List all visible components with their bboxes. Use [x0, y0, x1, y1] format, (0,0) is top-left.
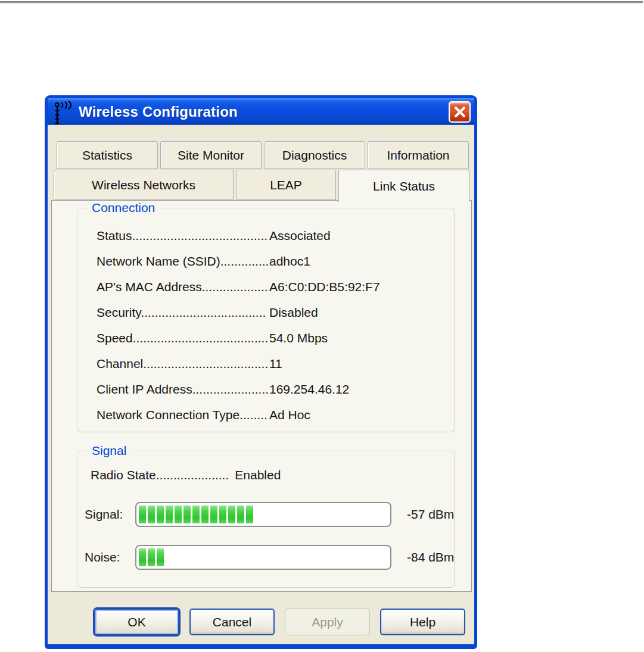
button-label: Cancel [213, 615, 251, 629]
tab-label: Statistics [82, 148, 132, 163]
noise-meter-label: Noise: [85, 550, 135, 564]
tab-site-monitor[interactable]: Site Monitor [160, 141, 262, 169]
tab-leap[interactable]: LEAP [236, 170, 336, 200]
tab-label: Diagnostics [282, 148, 347, 163]
meter-segment [139, 548, 146, 566]
meter-segment [139, 506, 146, 523]
meter-segment [166, 506, 173, 523]
tab-row-2: Wireless Networks LEAP Link Status [54, 170, 469, 202]
radio-state-value: Enabled [235, 468, 281, 482]
connection-row-channel: Channel.................................… [97, 351, 449, 376]
tab-statistics[interactable]: Statistics [57, 141, 158, 169]
meter-segment [175, 506, 182, 523]
meter-segment [157, 548, 164, 566]
radio-state-row: Radio State..................... Enabled [91, 468, 281, 482]
signal-group-label: Signal [88, 444, 130, 458]
signal-meter-label: Signal: [85, 507, 135, 522]
connection-row-client-ip: Client IP Address...................... … [97, 376, 449, 402]
connection-row-mac: AP's MAC Address.................... A6:… [97, 274, 449, 300]
network-type-value: Ad Hoc [269, 408, 310, 422]
row-label: Network Connection Type........ [97, 408, 269, 422]
meter-segment [210, 506, 217, 523]
connection-group-label: Connection [88, 201, 158, 215]
dialog-body: Statistics Site Monitor Diagnostics Info… [48, 125, 474, 644]
speed-value: 54.0 Mbps [269, 331, 328, 345]
security-value: Disabled [269, 305, 318, 320]
noise-dbm-value: -84 dBm [407, 550, 454, 564]
ok-button[interactable]: OK [94, 609, 179, 635]
help-button[interactable]: Help [380, 609, 465, 635]
tab-label: LEAP [270, 178, 302, 192]
row-label: Network Name (SSID).............. [97, 254, 269, 269]
connection-row-status: Status..................................… [97, 223, 449, 248]
row-label: AP's MAC Address.................... [97, 280, 269, 294]
tab-label: Wireless Networks [92, 178, 195, 192]
meter-segment [246, 506, 253, 523]
meter-segment [237, 506, 244, 523]
connection-row-network-type: Network Connection Type........ Ad Hoc [97, 402, 449, 428]
dialog-button-row: OK Cancel Apply Help [94, 609, 465, 635]
row-label: Client IP Address...................... [97, 382, 269, 397]
meter-segment [183, 506, 191, 523]
client-ip-value: 169.254.46.12 [269, 382, 349, 397]
radio-state-label: Radio State..................... [91, 468, 229, 482]
tab-label: Site Monitor [178, 148, 244, 163]
connection-row-security: Security................................… [97, 300, 449, 325]
tab-label: Link Status [373, 179, 435, 194]
connection-row-speed: Speed...................................… [97, 325, 449, 351]
meter-segment [219, 506, 226, 523]
cancel-button[interactable]: Cancel [189, 609, 275, 635]
button-label: Apply [312, 615, 343, 629]
signal-dbm-value: -57 dBm [407, 507, 454, 522]
row-label: Channel.................................… [97, 357, 269, 371]
noise-meter-row: Noise: -84 dBm [85, 544, 447, 570]
noise-level-bar [135, 545, 391, 570]
titlebar[interactable]: Wireless Configuration [48, 98, 474, 125]
close-icon [454, 106, 466, 118]
connection-groupbox: Connection Status.......................… [77, 208, 455, 432]
antenna-icon [52, 101, 73, 124]
meter-segment [192, 506, 200, 523]
close-button[interactable] [449, 101, 471, 123]
status-value: Associated [269, 229, 331, 243]
apply-button[interactable]: Apply [285, 609, 370, 635]
mac-address-value: A6:C0:DD:B5:92:F7 [269, 280, 380, 294]
meter-segment [201, 506, 209, 523]
connection-row-ssid: Network Name (SSID).............. adhoc1 [97, 248, 449, 274]
meter-segment [148, 548, 155, 566]
meter-segment [228, 506, 235, 523]
row-label: Security................................… [97, 305, 269, 320]
tab-row-1: Statistics Site Monitor Diagnostics Info… [57, 141, 469, 169]
signal-strength-bar [135, 502, 391, 527]
row-label: Speed...................................… [97, 331, 269, 345]
tab-wireless-networks[interactable]: Wireless Networks [54, 170, 234, 200]
tab-information[interactable]: Information [368, 141, 469, 169]
wireless-configuration-dialog: Wireless Configuration Statistics Site M… [45, 95, 477, 649]
ssid-value: adhoc1 [269, 254, 310, 269]
tab-diagnostics[interactable]: Diagnostics [264, 141, 365, 169]
link-status-panel: Connection Status.......................… [51, 200, 472, 592]
signal-meter-row: Signal: -57 dBm [85, 501, 447, 528]
channel-value: 11 [269, 357, 282, 371]
meter-segment [157, 506, 164, 523]
row-label: Status..................................… [97, 229, 269, 243]
button-label: OK [127, 615, 145, 629]
tab-link-status[interactable]: Link Status [338, 170, 469, 202]
tab-label: Information [387, 148, 449, 163]
page-top-rule [0, 1, 643, 4]
connection-rows: Status..................................… [97, 223, 449, 428]
window-title: Wireless Configuration [79, 104, 238, 120]
button-label: Help [410, 615, 435, 629]
signal-groupbox: Signal Radio State..................... … [77, 451, 455, 588]
meter-segment [148, 506, 155, 523]
